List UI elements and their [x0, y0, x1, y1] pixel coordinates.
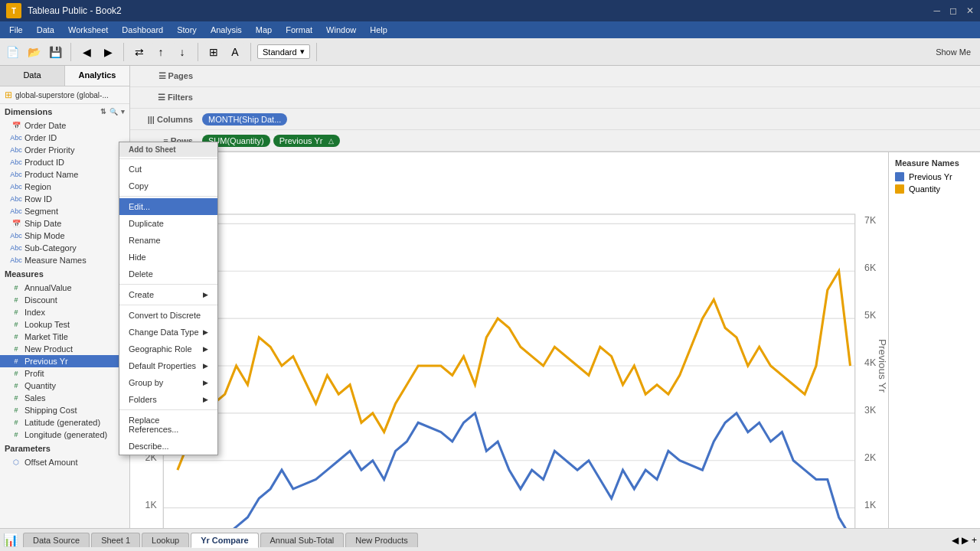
ctx-cut[interactable]: Cut — [119, 161, 217, 178]
menu-file[interactable]: File — [3, 24, 29, 36]
field-lookup-test[interactable]: #Lookup Test — [0, 318, 129, 331]
folders-arrow: ▶ — [203, 396, 208, 403]
toolbar-group[interactable]: ⊞ — [204, 43, 223, 61]
ctx-edit[interactable]: Edit... — [119, 198, 217, 215]
ctx-folders[interactable]: Folders ▶ — [119, 391, 217, 408]
yr-label-7k: 7K — [864, 215, 877, 226]
tab-data[interactable]: Data — [0, 66, 65, 86]
dimensions-search[interactable]: 🔍 — [109, 108, 118, 116]
ctx-change-data-type[interactable]: Change Data Type ▶ — [119, 324, 217, 341]
ctx-geographic-role[interactable]: Geographic Role ▶ — [119, 341, 217, 357]
column-pill-month[interactable]: MONTH(Ship Dat... — [202, 113, 287, 126]
tab-data-source[interactable]: Data Source — [23, 533, 90, 547]
field-shipping-cost[interactable]: #Shipping Cost — [0, 404, 129, 416]
toolbar-swap[interactable]: ⇄ — [130, 43, 149, 61]
datatype-arrow: ▶ — [203, 328, 208, 336]
ctx-create[interactable]: Create ▶ — [119, 286, 217, 303]
field-quantity[interactable]: #Quantity — [0, 380, 129, 392]
toolbar-open[interactable]: 📂 — [24, 43, 43, 61]
field-ship-mode[interactable]: AbcShip Mode — [0, 230, 129, 242]
ctx-hide[interactable]: Hide — [119, 249, 217, 266]
toolbar-back[interactable]: ◀ — [77, 43, 96, 61]
tab-yr-compare[interactable]: Yr Compare — [191, 533, 258, 548]
menu-format[interactable]: Format — [279, 24, 318, 36]
show-me-button[interactable]: Show Me — [936, 47, 977, 57]
field-order-id[interactable]: AbcOrder ID — [0, 132, 129, 144]
field-product-name[interactable]: AbcProduct Name — [0, 168, 129, 181]
field-new-product[interactable]: #New Product — [0, 343, 129, 355]
field-latitude[interactable]: #Latitude (generated) — [0, 416, 129, 429]
menu-dashboard[interactable]: Dashboard — [116, 24, 169, 36]
data-source[interactable]: ⊞ global-superstore (global-... — [0, 86, 129, 104]
menu-map[interactable]: Map — [250, 24, 278, 36]
ctx-duplicate[interactable]: Duplicate — [119, 215, 217, 232]
ctx-add-to-sheet[interactable]: Add to Sheet — [119, 142, 217, 157]
minimize-button[interactable]: ─ — [933, 5, 940, 16]
dimensions-toggle[interactable]: ▾ — [121, 108, 125, 116]
field-market-title[interactable]: #Market Title — [0, 331, 129, 343]
field-annual-value[interactable]: #AnnualValue — [0, 282, 129, 294]
ctx-rename[interactable]: Rename — [119, 232, 217, 249]
field-sales[interactable]: #Sales — [0, 392, 129, 404]
menu-window[interactable]: Window — [320, 24, 362, 36]
field-previous-yr[interactable]: #Previous Yr — [0, 355, 129, 367]
menu-analysis[interactable]: Analysis — [204, 24, 248, 36]
filters-pills[interactable] — [199, 96, 980, 99]
ctx-copy[interactable]: Copy — [119, 178, 217, 194]
toolbar-label[interactable]: A — [226, 43, 244, 61]
pages-pills[interactable] — [199, 75, 980, 78]
tab-sheet1[interactable]: Sheet 1 — [91, 533, 140, 547]
standard-dropdown[interactable]: Standard ▾ — [257, 44, 310, 59]
ctx-default-properties[interactable]: Default Properties ▶ — [119, 357, 217, 374]
toolbar-forward[interactable]: ▶ — [99, 43, 117, 61]
tab-lookup[interactable]: Lookup — [142, 533, 189, 547]
menu-story[interactable]: Story — [171, 24, 203, 36]
restore-button[interactable]: ◻ — [949, 5, 957, 16]
toolbar-sort-desc[interactable]: ↓ — [173, 43, 191, 61]
tab-analytics[interactable]: Analytics — [65, 66, 129, 86]
field-region[interactable]: AbcRegion — [0, 181, 129, 193]
ctx-describe[interactable]: Describe... — [119, 438, 217, 455]
field-order-date[interactable]: 📅Order Date — [0, 119, 129, 132]
field-measure-names[interactable]: AbcMeasure Names — [0, 254, 129, 266]
field-index[interactable]: #Index — [0, 306, 129, 318]
field-sub-category[interactable]: AbcSub-Category — [0, 242, 129, 254]
field-longitude[interactable]: #Longitude (generated) — [0, 429, 129, 441]
scroll-left-icon[interactable]: ◀ — [952, 535, 959, 546]
menu-data[interactable]: Data — [31, 24, 60, 36]
measures-header[interactable]: Measures ▾ — [0, 266, 129, 282]
toolbar-sort-asc[interactable]: ↑ — [152, 43, 170, 61]
add-tab-icon[interactable]: + — [972, 535, 977, 546]
menu-help[interactable]: Help — [364, 24, 394, 36]
menu-worksheet[interactable]: Worksheet — [62, 24, 114, 36]
rows-shelf: ≡ Rows SUM(Quantity) Previous Yr — [130, 130, 980, 152]
ctx-replace-references[interactable]: Replace References... — [119, 412, 217, 438]
field-order-priority[interactable]: AbcOrder Priority — [0, 144, 129, 156]
toolbar-save[interactable]: 💾 — [46, 43, 64, 61]
close-button[interactable]: ✕ — [966, 5, 974, 16]
columns-pills[interactable]: MONTH(Ship Dat... — [199, 112, 980, 127]
new-sheet-icon[interactable]: 📊 — [3, 533, 18, 547]
dimensions-header[interactable]: Dimensions ⇅ 🔍 ▾ — [0, 104, 129, 119]
dimensions-sort[interactable]: ⇅ — [100, 108, 106, 116]
field-row-id[interactable]: AbcRow ID — [0, 193, 129, 205]
ctx-delete[interactable]: Delete — [119, 266, 217, 282]
field-profit[interactable]: #Profit — [0, 367, 129, 380]
scroll-right-icon[interactable]: ▶ — [962, 535, 969, 546]
field-discount[interactable]: #Discount — [0, 294, 129, 306]
field-segment[interactable]: AbcSegment — [0, 205, 129, 217]
field-ship-date[interactable]: 📅Ship Date — [0, 217, 129, 230]
ctx-convert-discrete[interactable]: Convert to Discrete — [119, 307, 217, 324]
parameters-header[interactable]: Parameters ▾ — [0, 441, 129, 456]
toolbar-new[interactable]: 📄 — [3, 43, 21, 61]
rows-pills[interactable]: SUM(Quantity) Previous Yr — [199, 133, 980, 148]
field-product-id[interactable]: AbcProduct ID — [0, 156, 129, 168]
tab-new-products[interactable]: New Products — [345, 533, 417, 547]
string-icon: Abc — [11, 133, 21, 142]
row-pill-previous-yr[interactable]: Previous Yr — [273, 135, 341, 147]
string-icon-9: Abc — [11, 243, 21, 253]
ctx-group-by[interactable]: Group by ▶ — [119, 374, 217, 391]
tab-annual-sub-total[interactable]: Annual Sub-Total — [260, 533, 345, 547]
window-controls[interactable]: ─ ◻ ✕ — [933, 5, 974, 16]
field-offset-amount[interactable]: ⬡Offset Amount — [0, 456, 129, 468]
